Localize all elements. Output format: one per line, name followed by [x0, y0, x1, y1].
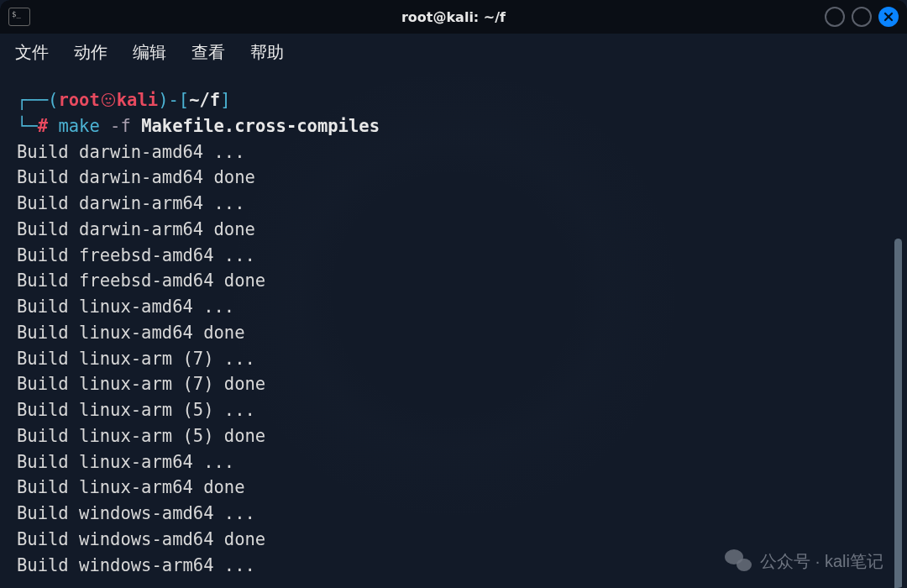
- window-title: root@kali: ~/f: [0, 9, 907, 25]
- output-line: Build darwin-amd64 done: [17, 165, 890, 191]
- output-line: Build linux-arm (5) ...: [17, 397, 890, 423]
- prompt-paren-open: (: [48, 87, 58, 113]
- prompt-user: root: [58, 87, 99, 113]
- output-line: Build linux-amd64 ...: [17, 294, 890, 320]
- menubar: 文件 动作 编辑 查看 帮助: [0, 34, 907, 71]
- output-line: Build linux-amd64 done: [17, 320, 890, 346]
- output-line: Build linux-arm64 ...: [17, 449, 890, 475]
- output-line: Build darwin-arm64 done: [17, 217, 890, 243]
- minimize-button[interactable]: [825, 7, 845, 27]
- terminal-icon-text: $_: [12, 10, 21, 18]
- command-arg: Makefile.cross-compiles: [141, 113, 380, 139]
- prompt-box-bottom: └─: [17, 113, 38, 139]
- terminal-content[interactable]: ┌──(rootkali)-[~/f] └─# make -f Makefile…: [0, 71, 907, 588]
- close-icon: [883, 12, 894, 22]
- prompt-line-1: ┌──(rootkali)-[~/f]: [17, 87, 890, 113]
- prompt-box-top: ┌──: [17, 87, 48, 113]
- svg-point-3: [105, 98, 107, 100]
- output-line: Build linux-arm (7) done: [17, 371, 890, 397]
- menu-view[interactable]: 查看: [191, 41, 225, 64]
- skull-icon: [101, 92, 116, 108]
- prompt-hash: #: [38, 113, 48, 139]
- menu-action[interactable]: 动作: [74, 41, 107, 64]
- output-line: Build linux-arm (5) done: [17, 423, 890, 449]
- maximize-button[interactable]: [852, 7, 872, 27]
- output-line: Build windows-amd64 ...: [17, 501, 890, 527]
- output-line: Build darwin-arm64 ...: [17, 191, 890, 217]
- window-titlebar: $_ root@kali: ~/f: [0, 0, 907, 34]
- terminal-app-icon: $_: [8, 8, 30, 26]
- command-flag: -f: [110, 113, 131, 139]
- window-controls: [825, 7, 899, 27]
- command-name: make: [58, 113, 99, 139]
- prompt-path: ~/f: [189, 87, 220, 113]
- prompt-bracket-close: ]: [220, 87, 230, 113]
- output-line: Build freebsd-amd64 ...: [17, 243, 890, 269]
- prompt-paren-close: ): [158, 87, 168, 113]
- menu-help[interactable]: 帮助: [250, 41, 284, 64]
- svg-point-2: [102, 94, 114, 107]
- watermark-text: 公众号 · kali笔记: [760, 550, 883, 573]
- close-button[interactable]: [878, 7, 899, 27]
- output-line: Build linux-arm64 done: [17, 475, 890, 501]
- scrollbar[interactable]: [894, 239, 902, 588]
- wechat-icon: [725, 549, 752, 573]
- output-line: Build freebsd-amd64 done: [17, 268, 890, 294]
- prompt-dash: -: [168, 87, 178, 113]
- menu-file[interactable]: 文件: [15, 41, 49, 64]
- menu-edit[interactable]: 编辑: [133, 41, 166, 64]
- prompt-bracket-open: [: [179, 87, 189, 113]
- svg-point-4: [109, 98, 111, 100]
- watermark: 公众号 · kali笔记: [725, 549, 883, 573]
- output-line: Build linux-arm (7) ...: [17, 346, 890, 372]
- output-line: Build darwin-amd64 ...: [17, 139, 890, 165]
- output-line: Build windows-amd64 done: [17, 527, 890, 553]
- prompt-line-2: └─# make -f Makefile.cross-compiles: [17, 113, 890, 139]
- prompt-host: kali: [117, 87, 158, 113]
